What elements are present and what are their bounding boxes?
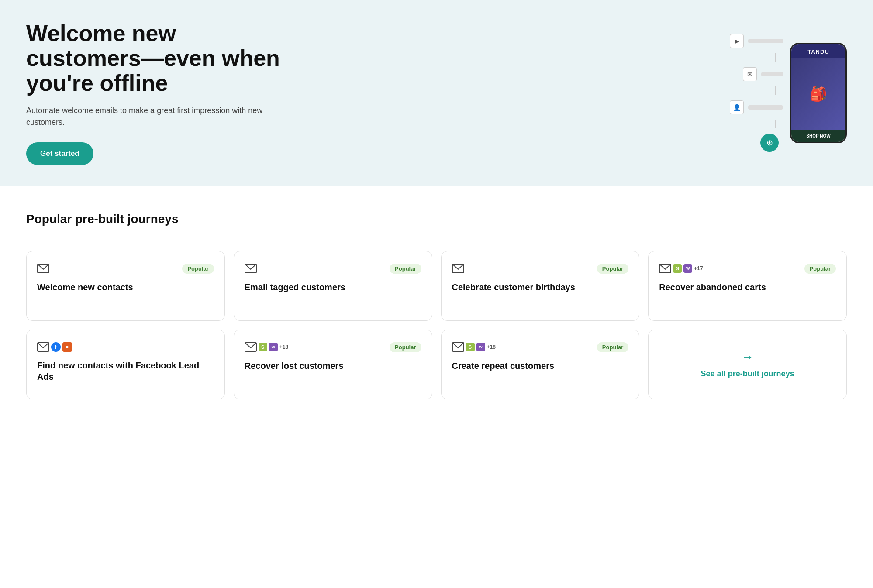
card-icons [37,264,49,273]
flow-connector-3 [775,120,776,128]
flow-connector-2 [775,86,776,95]
email-icon: ✉ [743,67,757,81]
see-all-link[interactable]: See all pre-built journeys [701,369,794,378]
card-icons: S W +18 [245,342,288,352]
card-title: Welcome new contacts [37,282,214,293]
journey-card-see-all[interactable]: → See all pre-built journeys [648,330,847,399]
section-title: Popular pre-built journeys [26,212,847,226]
card-title: Email tagged customers [245,282,421,293]
card-header: S W +17 Popular [659,264,836,274]
journey-card-recover-abandoned-carts[interactable]: S W +17 Popular Recover abandoned carts [648,251,847,321]
get-started-button[interactable]: Get started [26,142,93,165]
badge-popular: Popular [597,264,628,274]
flow-connector-1 [775,53,776,62]
badge-popular: Popular [597,342,628,352]
journey-card-create-repeat-customers[interactable]: S W +18 Popular Create repeat customers [441,330,640,399]
journey-card-welcome-new-contacts[interactable]: Popular Welcome new contacts [26,251,225,321]
shopify-icon: S [673,264,682,273]
hero-title: Welcome new customers—even when you're o… [26,21,297,96]
hero-section: Welcome new customers—even when you're o… [0,0,873,186]
card-header: Popular [245,264,421,274]
email-icon [245,264,257,273]
section-divider [26,237,847,237]
woo-icon: W [476,343,485,351]
journey-card-recover-lost-customers[interactable]: S W +18 Popular Recover lost customers [234,330,432,399]
phone-cta: SHOP NOW [791,130,845,142]
plus-count-icon: +18 [487,344,496,350]
card-title: Recover abandoned carts [659,282,836,293]
card-title: Recover lost customers [245,360,421,371]
journey-card-email-tagged[interactable]: Popular Email tagged customers [234,251,432,321]
facebook-icon: f [51,342,61,352]
badge-popular: Popular [390,342,421,352]
flow-item-email: ✉ [743,67,783,81]
journey-card-facebook-lead-ads[interactable]: f ■ Find new contacts with Facebook Lead… [26,330,225,399]
email-icon [245,342,257,352]
user-add-icon: 👤 [730,100,744,114]
journey-card-celebrate-birthdays[interactable]: Popular Celebrate customer birthdays [441,251,640,321]
card-title: Celebrate customer birthdays [452,282,629,293]
shopify-icon: S [466,343,475,351]
card-header: Popular [452,264,629,274]
woo-icon: W [269,343,278,351]
email-icon [37,342,49,352]
phone-mockup: TANDU 🎒 SHOP NOW [790,43,847,143]
card-icons: S W +18 [452,342,496,352]
card-icons: S W +17 [659,264,703,273]
flow-bar-3 [748,105,783,110]
badge-popular: Popular [804,264,836,274]
flow-bar-2 [761,72,783,76]
card-header: S W +18 Popular [452,342,629,352]
card-title: Create repeat customers [452,360,629,371]
hero-subtitle: Automate welcome emails to make a great … [26,105,297,128]
card-icons [245,264,257,273]
flow-item-user: 👤 [730,100,783,114]
card-header: S W +18 Popular [245,342,421,352]
badge-popular: Popular [390,264,421,274]
badge-popular: Popular [182,264,214,274]
play-icon: ▶ [730,34,744,48]
hero-content: Welcome new customers—even when you're o… [26,21,297,165]
hero-illustration: ▶ ✉ 👤 ⊕ TANDU 🎒 SHOP NOW [730,34,847,152]
flow-item-play: ▶ [730,34,783,48]
card-icons [452,264,464,273]
email-icon [452,264,464,273]
main-content: Popular pre-built journeys Popular Welco… [0,186,873,434]
card-title: Find new contacts with Facebook Lead Ads [37,360,214,382]
journeys-grid: Popular Welcome new contacts Popular Ema… [26,251,847,399]
shopify-icon: S [259,343,267,351]
card-header: Popular [37,264,214,274]
email-icon [659,264,671,273]
plus-count-icon: +17 [694,265,703,272]
orange-platform-icon: ■ [62,342,72,352]
email-icon [37,264,49,273]
woo-icon: W [683,264,692,273]
card-header: f ■ [37,342,214,352]
phone-image: 🎒 [791,58,845,130]
email-icon [452,342,464,352]
card-icons: f ■ [37,342,72,352]
flow-bar-1 [748,39,783,43]
phone-header: TANDU [791,44,845,58]
plus-count-icon: +18 [279,344,288,350]
flow-circle-icon: ⊕ [760,134,779,152]
flow-diagram: ▶ ✉ 👤 ⊕ [730,34,783,152]
phone-brand: TANDU [796,48,841,55]
arrow-right-icon: → [742,350,754,364]
